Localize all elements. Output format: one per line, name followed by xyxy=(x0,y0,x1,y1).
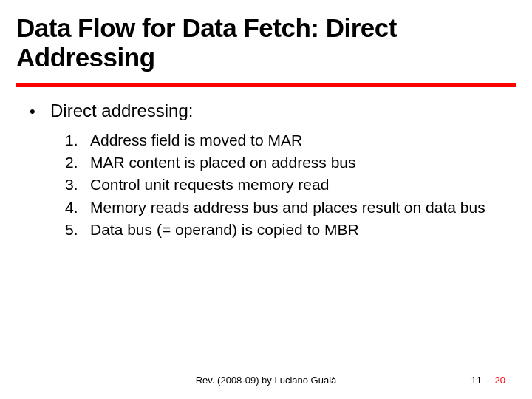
slide-footer: Rev. (2008-09) by Luciano Gualà 11 - 20 xyxy=(0,375,532,386)
list-text: Data bus (= operand) is copied to MBR xyxy=(90,219,359,240)
list-item: 2. MAR content is placed on address bus xyxy=(65,152,502,173)
list-item: 4. Memory reads address bus and places r… xyxy=(65,197,502,218)
bullet-text: Direct addressing: xyxy=(50,100,193,121)
list-number: 4. xyxy=(65,197,90,218)
chapter-number: 11 xyxy=(471,375,481,386)
page-indicator: 11 - 20 xyxy=(471,375,505,386)
list-text: MAR content is placed on address bus xyxy=(90,152,356,173)
list-number: 2. xyxy=(65,152,90,173)
list-text: Control unit requests memory read xyxy=(90,174,329,195)
list-number: 5. xyxy=(65,219,90,240)
content-area: • Direct addressing: 1. Address field is… xyxy=(0,87,532,241)
page-separator: - xyxy=(487,375,490,386)
list-text: Address field is moved to MAR xyxy=(90,130,302,151)
bullet-dot-icon: • xyxy=(30,102,50,121)
list-text: Memory reads address bus and places resu… xyxy=(90,197,485,218)
list-item: 5. Data bus (= operand) is copied to MBR xyxy=(65,219,502,240)
bullet-item: • Direct addressing: xyxy=(30,100,502,121)
page-number: 20 xyxy=(495,375,505,386)
list-item: 1. Address field is moved to MAR xyxy=(65,130,502,151)
list-item: 3. Control unit requests memory read xyxy=(65,174,502,195)
list-number: 1. xyxy=(65,130,90,151)
ordered-list: 1. Address field is moved to MAR 2. MAR … xyxy=(65,130,502,241)
footer-credit: Rev. (2008-09) by Luciano Gualà xyxy=(196,375,337,386)
list-number: 3. xyxy=(65,174,90,195)
slide-title: Data Flow for Data Fetch: Direct Address… xyxy=(0,0,532,81)
